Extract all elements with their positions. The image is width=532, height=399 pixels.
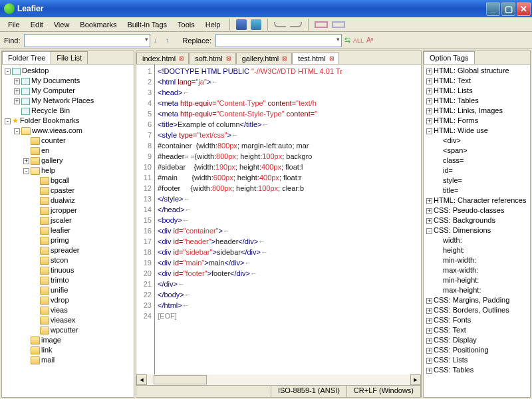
- tree-item[interactable]: width:: [436, 235, 529, 245]
- menu-file[interactable]: File: [3, 19, 25, 31]
- scroll-thumb[interactable]: [154, 375, 207, 384]
- tree-item[interactable]: max-width:: [436, 265, 529, 275]
- tree-item[interactable]: height:: [436, 245, 529, 255]
- tree-item[interactable]: -CSS: Dimensionswidth:height:min-width:m…: [426, 225, 529, 295]
- tab-option-tags[interactable]: Option Tags: [424, 51, 475, 64]
- replace-input[interactable]: [215, 34, 342, 47]
- redo-icon[interactable]: [290, 22, 302, 27]
- layout1-icon[interactable]: [315, 21, 328, 28]
- tree-item[interactable]: class=: [436, 156, 529, 166]
- tab-close-icon[interactable]: ⊠: [225, 55, 233, 62]
- tree-item[interactable]: +HTML: Links, Images: [426, 106, 529, 116]
- file-tab[interactable]: test.html⊠: [292, 53, 339, 64]
- tree-item[interactable]: -Desktop+My Documents+My Computer+My Net…: [5, 66, 132, 116]
- save-all-icon[interactable]: [251, 19, 261, 30]
- tree-item[interactable]: max-height:: [436, 285, 529, 295]
- tree-item[interactable]: min-height:: [436, 275, 529, 285]
- menu-view[interactable]: View: [49, 19, 75, 31]
- tree-item[interactable]: stcon: [33, 255, 132, 265]
- tree-item[interactable]: <span>: [436, 146, 529, 156]
- minimize-button[interactable]: _: [486, 2, 500, 16]
- tree-item[interactable]: cpaster: [33, 186, 132, 196]
- code-area[interactable]: <!DOCTYPE HTML PUBLIC "-//W3C//DTD HTML …: [155, 65, 421, 374]
- tree-item[interactable]: vieasex: [33, 315, 132, 325]
- tree-item[interactable]: -★Folder Bookmarks-www.vieas.comcountere…: [5, 116, 132, 365]
- tab-file-list[interactable]: File List: [51, 51, 88, 64]
- tree-item[interactable]: +CSS: Text: [426, 325, 529, 335]
- tree-item[interactable]: trimto: [33, 275, 132, 285]
- hscrollbar[interactable]: ◄ ►: [136, 374, 421, 385]
- tree-item[interactable]: id=: [436, 166, 529, 176]
- tree-item[interactable]: +CSS: Borders, Outlines: [426, 305, 529, 315]
- tree-item[interactable]: leafier: [33, 225, 132, 235]
- tree-item[interactable]: jcropper: [33, 205, 132, 215]
- tree-item[interactable]: tinuous: [33, 265, 132, 275]
- tree-item[interactable]: +CSS: Margins, Padding: [426, 295, 529, 305]
- tree-item[interactable]: wpcutter: [33, 325, 132, 335]
- undo-icon[interactable]: [274, 22, 286, 27]
- find-input[interactable]: [24, 34, 150, 47]
- tree-item[interactable]: min-width:: [436, 255, 529, 265]
- menu-edit[interactable]: Edit: [25, 19, 49, 31]
- tree-item[interactable]: +CSS: Pseudo-classes: [426, 205, 529, 215]
- tree-item[interactable]: unifie: [33, 285, 132, 295]
- tree-item[interactable]: vdrop: [33, 295, 132, 305]
- menu-bookmarks[interactable]: Bookmarks: [74, 19, 122, 31]
- tree-item[interactable]: +CSS: Backgrounds: [426, 215, 529, 225]
- tree-item[interactable]: dualwiz: [33, 196, 132, 205]
- tree-item[interactable]: spreader: [33, 245, 132, 255]
- file-tab[interactable]: soft.html⊠: [189, 53, 236, 64]
- tree-item[interactable]: Recycle Bin: [14, 106, 132, 116]
- tree-item[interactable]: vieas: [33, 305, 132, 315]
- tree-item[interactable]: image: [23, 335, 132, 345]
- tab-close-icon[interactable]: ⊠: [328, 55, 336, 62]
- tree-item[interactable]: primg: [33, 235, 132, 245]
- tree-item[interactable]: jscaler: [33, 215, 132, 225]
- option-tags-tree[interactable]: +HTML: Global structure+HTML: Text+HTML:…: [424, 65, 530, 397]
- tab-close-icon[interactable]: ⊠: [281, 55, 289, 62]
- tree-item[interactable]: +My Network Places: [14, 96, 132, 106]
- tree-item[interactable]: +HTML: Character references: [426, 196, 529, 205]
- menu-tools[interactable]: Tools: [172, 19, 200, 31]
- tree-item[interactable]: style=: [436, 176, 529, 186]
- tree-item[interactable]: title=: [436, 186, 529, 196]
- tree-item[interactable]: counter: [23, 136, 132, 146]
- tree-item[interactable]: link: [23, 345, 132, 355]
- tree-item[interactable]: -helpbgcallcpasterdualwizjcropperjscaler…: [23, 166, 132, 335]
- tree-item[interactable]: -HTML: Wide use<div><span>class=id=style…: [426, 126, 529, 196]
- tree-item[interactable]: <div>: [436, 136, 529, 146]
- folder-tree[interactable]: -Desktop+My Documents+My Computer+My Net…: [2, 65, 134, 397]
- tree-item[interactable]: +CSS: Fonts: [426, 315, 529, 325]
- case-icon[interactable]: Aª: [366, 37, 373, 44]
- tree-item[interactable]: +CSS: Tables: [426, 365, 529, 375]
- scroll-right-button[interactable]: ►: [410, 374, 421, 385]
- tree-item[interactable]: +CSS: Lists: [426, 355, 529, 365]
- scroll-track[interactable]: [147, 374, 410, 385]
- tree-item[interactable]: +My Computer: [14, 86, 132, 96]
- tree-item[interactable]: +gallery: [23, 156, 132, 166]
- tree-item[interactable]: +HTML: Tables: [426, 96, 529, 106]
- code-editor[interactable]: 123456789101112131415161718192021222324 …: [136, 65, 421, 374]
- maximize-button[interactable]: ▢: [501, 2, 515, 16]
- tree-item[interactable]: +HTML: Lists: [426, 86, 529, 96]
- tree-item[interactable]: +HTML: Text: [426, 76, 529, 86]
- replace-next-icon[interactable]: ⇆: [344, 36, 350, 45]
- file-tab[interactable]: index.html⊠: [136, 53, 189, 64]
- file-tab[interactable]: gallery.html⊠: [236, 53, 292, 64]
- tree-item[interactable]: bgcall: [33, 176, 132, 186]
- scroll-left-button[interactable]: ◄: [136, 374, 147, 385]
- tree-item[interactable]: -www.vieas.comcounteren+gallery-helpbgca…: [14, 126, 132, 365]
- tab-folder-tree[interactable]: Folder Tree: [2, 51, 51, 64]
- tree-item[interactable]: +My Documents: [14, 76, 132, 86]
- replace-all-icon[interactable]: ALL: [353, 37, 364, 44]
- tree-item[interactable]: +CSS: Positioning: [426, 345, 529, 355]
- find-prev-icon[interactable]: ↑: [165, 36, 174, 45]
- save-icon[interactable]: [236, 19, 247, 30]
- tree-item[interactable]: en: [23, 146, 132, 156]
- tab-close-icon[interactable]: ⊠: [178, 55, 186, 62]
- tree-item[interactable]: +CSS: Display: [426, 335, 529, 345]
- layout2-icon[interactable]: [332, 21, 345, 28]
- tree-item[interactable]: mail: [23, 355, 132, 365]
- find-next-icon[interactable]: ↓: [153, 36, 162, 45]
- menu-help[interactable]: Help: [200, 19, 226, 31]
